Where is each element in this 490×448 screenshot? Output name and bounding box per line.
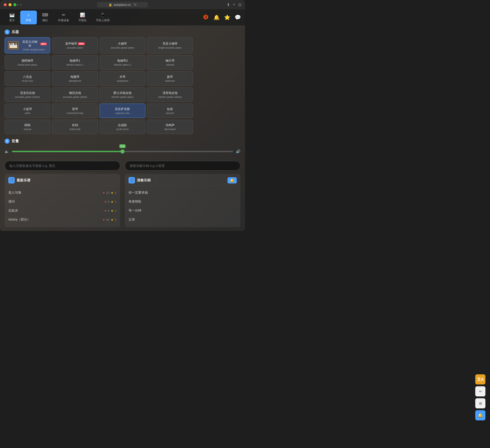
xylophone-en: xylophone (117, 79, 128, 82)
instrument-guitar-steel[interactable]: 钢弦吉他 acoustic guitar (steel) (52, 87, 98, 102)
volume-slider[interactable]: 0.5 (12, 151, 233, 152)
minimize-button[interactable] (9, 3, 11, 6)
instrument-epiano2[interactable]: 电钢琴2 electric piano 2 (100, 55, 145, 69)
mobile-icon: 📱 (100, 12, 105, 17)
volume-down-icon[interactable]: 🔈 (5, 149, 9, 154)
score-hearts-4: 15 (106, 218, 109, 222)
piccolo-cn: 短笛 (167, 107, 173, 111)
violin-cn: 小提琴 (23, 107, 32, 111)
tab-visualize[interactable]: 📊 可视化 (74, 11, 91, 24)
share-icon[interactable]: ⬆ (227, 2, 230, 7)
wechat-icon[interactable]: 💬 (234, 14, 241, 21)
back-button[interactable]: ‹ (16, 2, 19, 7)
volume-title: 音量 (11, 139, 19, 144)
instrument-harp[interactable]: 竖琴 orchestral harp (52, 103, 98, 118)
example-item-2[interactable]: 单身情歌 (129, 197, 237, 206)
examples-column: 🎵 演奏示例 🔔 你一定要幸福 (125, 161, 240, 227)
examples-list: 你一定要幸福 单身情歌 等一分钟 父亲 (129, 188, 237, 224)
new-tab-icon[interactable]: + (233, 2, 235, 7)
instrument-xylophone[interactable]: 木琴 xylophone (100, 71, 145, 86)
tab-sound[interactable]: ♪ 声音 (20, 11, 37, 24)
star-icon[interactable]: ⭐ (223, 14, 231, 21)
guitar-nylon-en: acoustic guitar (nylon) (15, 95, 40, 98)
instrument-guitar-clean[interactable]: 清音电吉他 electric guitar (clean) (147, 87, 193, 102)
score-name-4: victory（部分） (8, 217, 103, 222)
qq-icon[interactable]: 🔔 (213, 14, 220, 21)
score-search-wrapper: 🔍 (5, 161, 120, 171)
tab-mobile-label: 手机上使用 (96, 18, 110, 22)
instrument-dulcimer[interactable]: 扬琴 dulcimer (147, 71, 193, 86)
score-item-2[interactable]: 请问 ♥ 6 ★ 1 (8, 197, 116, 206)
svg-rect-8 (10, 43, 11, 45)
instrument-piccolo[interactable]: 短笛 piccolo (147, 103, 193, 118)
refresh-icon[interactable]: ↻ (134, 3, 137, 7)
score-hearts-2: 6 (108, 200, 109, 204)
score-meta-1: ♥ 23 ★ 2 (103, 191, 116, 195)
url-text: autopiano.cn (114, 3, 131, 7)
url-bar[interactable]: 🔒 autopiano.cn ↻ (97, 2, 148, 7)
maximize-button[interactable] (13, 3, 16, 6)
vibraphone-en: vibraphone (69, 79, 81, 82)
score-stars-1: 2 (115, 191, 116, 195)
tab-external[interactable]: ✏ 外接设备 (53, 11, 74, 24)
heart-icon-4: ♥ (103, 218, 105, 222)
instrument-bright-piano[interactable]: 亮音大钢琴 bright acoustic piano (147, 37, 193, 53)
shanai-en: shanai (24, 128, 31, 130)
instrument-shanai[interactable]: 唢呐 shanai (5, 120, 50, 134)
tab-mobile[interactable]: 📱 手机上使用 (91, 11, 114, 24)
score-stars-3: 2 (115, 209, 116, 213)
star-icon-4: ★ (111, 218, 114, 222)
instrument-vibraphone[interactable]: 电颤琴 vibraphone (52, 71, 98, 86)
instrument-bird-tweet[interactable]: 鸟鸣声 bird tweet (147, 120, 193, 134)
celesta-cn: 钢片琴 (166, 59, 175, 63)
weibo-icon[interactable]: 🅦 (202, 14, 210, 21)
instrument-guitar-jazz[interactable]: 爵士乐电吉他 electric guitar (jazz) (100, 87, 145, 102)
grand-piano-en: acoustic grand piano (111, 46, 134, 49)
external-icon: ✏ (62, 12, 65, 17)
examples-panel: 🎵 演奏示例 🔔 你一定要幸福 (125, 174, 240, 227)
example-item-3[interactable]: 等一分钟 (129, 206, 237, 215)
instrument-epiano1[interactable]: 电钢琴1 electric piano 1 (52, 55, 98, 69)
epiano2-cn: 电钢琴2 (117, 59, 128, 63)
tab-visualize-label: 可视化 (78, 18, 87, 22)
soprano-sax-en: soprano sax (116, 112, 129, 114)
fullscreen-icon[interactable]: ⊡ (238, 2, 241, 7)
display-icon: 🎹 (9, 12, 15, 17)
instrument-soprano-sax[interactable]: 高音萨克斯 soprano sax (100, 103, 145, 118)
bird-tweet-cn: 鸟鸣声 (166, 123, 175, 127)
example-search-input[interactable] (125, 161, 240, 171)
instrument-musicbox[interactable]: 八音盒 music box (5, 71, 50, 86)
instrument-grand-piano[interactable]: 大钢琴 acoustic grand piano (100, 37, 145, 53)
instrument-tinkle-bell[interactable]: 铃铛 tinkle bell (52, 120, 98, 134)
notify-button[interactable]: 🔔 (228, 177, 237, 183)
score-item-3[interactable]: 念故乡 ♥ 3 ★ 2 (8, 206, 116, 215)
close-button[interactable] (4, 3, 7, 6)
example-item-1[interactable]: 你一定要幸福 (129, 188, 237, 197)
score-meta-4: ♥ 15 ★ 3 (103, 218, 116, 222)
heart-icon-2: ♥ (105, 200, 106, 204)
score-name-1: 老人与海 (8, 191, 103, 195)
instrument-treble-upright-piano[interactable]: 高音立式钢琴 MP3 treble upright piano (5, 37, 50, 53)
score-search-input[interactable] (5, 161, 120, 171)
acoustic-piano-badge: MP3 (78, 42, 85, 45)
honkytonk-en: honky-tonk piano (18, 63, 37, 66)
score-item-1[interactable]: 老人与海 ♥ 23 ★ 2 (8, 188, 116, 197)
example-item-4[interactable]: 父亲 (129, 215, 237, 224)
scores-list: 老人与海 ♥ 23 ★ 2 请问 (8, 188, 116, 224)
volume-up-icon[interactable]: 🔊 (236, 149, 240, 154)
score-item-4[interactable]: victory（部分） ♥ 15 ★ 3 (8, 215, 116, 224)
volume-thumb[interactable] (120, 149, 125, 154)
tinkle-bell-cn: 铃铛 (72, 123, 78, 127)
instrument-honkytonk[interactable]: 酒吧钢琴 honky-tonk piano (5, 55, 50, 69)
top-navigation: 🎹 显示 ♪ 声音 ⌨ 键位 ✏ 外接设备 📊 可视化 📱 手机上使用 (0, 9, 245, 26)
instrument-acoustic-piano[interactable]: 原声钢琴 MP3 acoustic piano (52, 37, 98, 53)
tab-keyboard[interactable]: ⌨ 键位 (37, 11, 53, 24)
svg-rect-10 (14, 43, 15, 45)
instrument-celesta[interactable]: 钢片琴 celesta (147, 55, 193, 69)
instrument-guitar-nylon[interactable]: 尼龙弦吉他 acoustic guitar (nylon) (5, 87, 50, 102)
tab-display[interactable]: 🎹 显示 (4, 11, 20, 24)
violin-en: violin (25, 112, 30, 114)
instrument-synth-drum[interactable]: 合成鼓 synth drum (100, 120, 145, 134)
instrument-violin[interactable]: 小提琴 violin (5, 103, 50, 118)
forward-button[interactable]: › (19, 2, 22, 7)
